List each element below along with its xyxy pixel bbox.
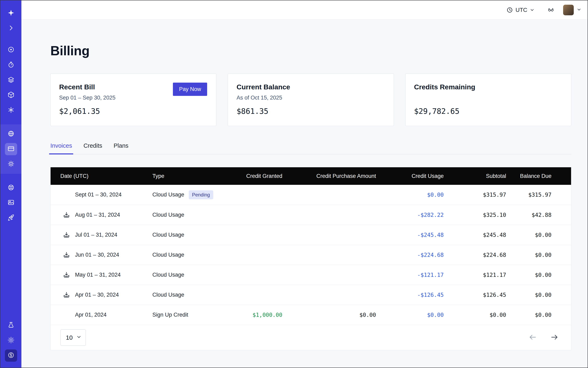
column-header-date: Date (UTC) [51, 167, 144, 185]
balance-due-cell: $0.00 [509, 285, 571, 305]
balance-due-cell: $0.00 [509, 305, 571, 325]
sidebar-item-radar[interactable] [0, 42, 21, 57]
subtotal-cell: $315.97 [446, 185, 508, 205]
chevron-down-icon [76, 334, 81, 341]
tab-plans[interactable]: Plans [114, 142, 128, 154]
asterisk-icon [8, 107, 15, 114]
column-header-credit-usage: Credit Usage [378, 167, 446, 185]
subtotal-cell: $325.10 [446, 205, 508, 225]
card-title: Current Balance [236, 83, 385, 91]
sidebar-item-timer[interactable] [0, 57, 21, 73]
invoice-row: May 01 – 31, 2024 Cloud Usage -$121.17 $… [51, 265, 571, 285]
glasses-icon [548, 6, 554, 14]
logo-icon [8, 9, 15, 17]
column-header-balance-due: Balance Due [509, 167, 571, 185]
page-size-select[interactable]: 10 [60, 330, 86, 346]
credit-granted-cell [227, 265, 285, 285]
card-subtitle: As of Oct 15, 2025 [236, 95, 385, 101]
sidebar-item-globe[interactable] [0, 127, 21, 142]
invoice-date: Sept 01 – 30, 2024 [75, 192, 121, 198]
sidebar-expand-button[interactable] [0, 21, 21, 36]
sidebar-item-asterisk[interactable] [0, 103, 21, 118]
current-balance-card: Current Balance As of Oct 15, 2025 $861.… [228, 74, 394, 126]
pay-now-button[interactable]: Pay Now [173, 83, 207, 96]
invoice-row: Sept 01 – 30, 2024 Cloud UsagePending $0… [51, 185, 571, 205]
invoice-type: Cloud Usage [153, 212, 184, 218]
tab-invoices[interactable]: Invoices [50, 142, 72, 154]
main-content: Billing Recent Bill Sep 01 – Sep 30, 202… [21, 19, 588, 368]
sidebar-item-cube[interactable] [0, 88, 21, 103]
next-page-button[interactable] [550, 333, 558, 342]
invoice-row: Jul 01 – 31, 2024 Cloud Usage -$245.48 $… [51, 225, 571, 245]
download-invoice-button[interactable] [63, 291, 70, 298]
sidebar-item-billing[interactable] [0, 142, 21, 157]
balance-due-cell: $315.97 [509, 185, 571, 205]
credit-card-icon [8, 145, 15, 153]
column-header-subtotal: Subtotal [446, 167, 508, 185]
sidebar-item-layers[interactable] [0, 73, 21, 88]
sidebar-logo[interactable] [0, 6, 21, 21]
credit-usage-cell: -$121.17 [378, 265, 446, 285]
invoice-type: Cloud Usage [153, 232, 184, 238]
invoice-date: May 01 – 31, 2024 [75, 272, 121, 278]
prev-page-button[interactable] [529, 333, 537, 342]
invoice-type: Cloud Usage [153, 292, 184, 298]
billing-tabs: Invoices Credits Plans [50, 142, 571, 154]
sidebar-item-support[interactable] [0, 180, 21, 195]
credit-usage-cell: -$224.68 [378, 245, 446, 265]
radar-icon [8, 46, 15, 54]
column-header-credit-granted: Credit Granted [227, 167, 285, 185]
sidebar-item-credits[interactable] [0, 348, 21, 363]
sidebar-item-templates[interactable] [0, 195, 21, 211]
credit-purchase-cell [285, 205, 379, 225]
lifebuoy-icon [8, 184, 15, 192]
credit-usage-cell: -$282.22 [378, 205, 446, 225]
balance-due-cell: $0.00 [509, 225, 571, 245]
chevron-down-icon [577, 7, 581, 13]
credit-granted-cell: $1,000.00 [227, 305, 285, 325]
sidebar-item-launch[interactable] [0, 211, 21, 226]
sidebar-item-labs[interactable] [0, 318, 21, 333]
flask-icon [8, 322, 15, 329]
download-invoice-button[interactable] [63, 211, 70, 219]
credit-granted-cell [227, 285, 285, 305]
sidebar-item-theme[interactable] [0, 333, 21, 348]
balance-due-cell: $42.88 [509, 205, 571, 225]
credit-usage-cell: $0.00 [378, 305, 446, 325]
subtotal-cell: $121.17 [446, 265, 508, 285]
account-menu-button[interactable] [577, 7, 581, 13]
credit-granted-cell [227, 225, 285, 245]
page-size-value: 10 [66, 334, 72, 341]
column-header-credit-purchase: Credit Purchase Amount [285, 167, 379, 185]
timer-icon [8, 61, 15, 69]
arrow-right-icon [550, 333, 558, 342]
sidebar-group-bottom [0, 318, 21, 368]
column-header-type: Type [144, 167, 227, 185]
card-subtitle [414, 95, 562, 101]
sun-icon [8, 337, 15, 344]
avatar[interactable] [563, 5, 574, 15]
download-invoice-button[interactable] [63, 251, 70, 258]
tab-credits[interactable]: Credits [83, 142, 102, 154]
card-title: Credits Remaining [414, 83, 562, 91]
download-invoice-button[interactable] [63, 271, 70, 278]
active-item-highlight [5, 143, 17, 155]
invoice-type: Cloud Usage [153, 192, 184, 198]
dollar-icon [8, 352, 15, 359]
cube-icon [8, 91, 15, 99]
gear-icon [8, 160, 15, 168]
credit-usage-cell: $0.00 [378, 185, 446, 205]
incognito-glasses-button[interactable] [548, 6, 554, 14]
recent-bill-card: Recent Bill Sep 01 – Sep 30, 2025 $2,061… [50, 74, 216, 126]
sidebar-item-settings[interactable] [0, 157, 21, 172]
subtotal-cell: $245.48 [446, 225, 508, 245]
credit-granted-cell [227, 205, 285, 225]
invoice-type: Cloud Usage [153, 272, 184, 278]
dollar-tile [5, 350, 17, 362]
table-footer: 10 [51, 325, 571, 350]
status-badge: Pending [189, 190, 213, 199]
download-invoice-button[interactable] [63, 231, 70, 239]
credit-granted-cell [227, 185, 285, 205]
timezone-selector[interactable]: UTC [507, 7, 534, 13]
credit-purchase-cell [285, 285, 379, 305]
